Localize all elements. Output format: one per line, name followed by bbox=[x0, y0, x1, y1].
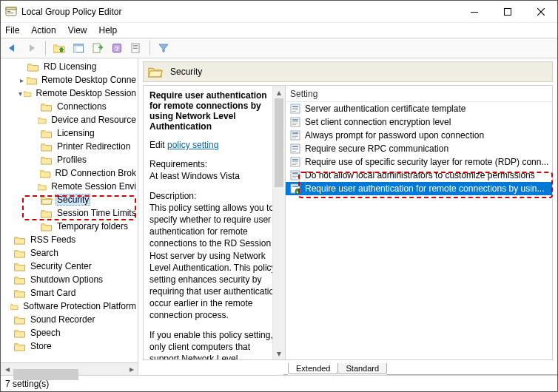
description-block-2: If you enable this policy setting, only … bbox=[149, 329, 279, 360]
tree-item[interactable]: Licensing bbox=[1, 126, 138, 140]
tree[interactable]: RD Licensing▸Remote Desktop Conne▾Remote… bbox=[1, 58, 138, 362]
settings-list-row[interactable]: Require secure RPC communication bbox=[286, 142, 552, 155]
selected-policy-title: Require user authentication for remote c… bbox=[149, 90, 279, 132]
tree-item[interactable]: RD Licensing bbox=[1, 60, 138, 73]
tree-item[interactable]: Sound Recorder bbox=[1, 313, 138, 326]
tree-item[interactable]: ▸Remote Desktop Conne bbox=[1, 73, 138, 87]
settings-list-row[interactable]: Require user authentication for remote c… bbox=[286, 182, 552, 195]
settings-list-row[interactable]: Require use of specific security layer f… bbox=[286, 155, 552, 169]
folder-open-icon bbox=[41, 195, 53, 205]
folder-icon bbox=[38, 182, 47, 192]
settings-list-row[interactable]: Server authentication certificate templa… bbox=[286, 102, 552, 115]
tree-item-label: Remote Desktop Conne bbox=[40, 75, 138, 85]
tree-item-label: RD Connection Brok bbox=[54, 168, 138, 178]
menu-file[interactable]: File bbox=[5, 25, 19, 36]
details-pane: Security Require user authentication for… bbox=[138, 58, 557, 375]
folder-icon bbox=[41, 102, 53, 112]
folder-icon bbox=[14, 328, 26, 338]
tree-item[interactable]: Connections bbox=[1, 100, 138, 113]
menubar: File Action View Help bbox=[1, 23, 557, 38]
folder-icon bbox=[41, 209, 53, 218]
settings-list[interactable]: Setting Server authentication certificat… bbox=[285, 85, 553, 360]
up-button[interactable] bbox=[50, 40, 68, 56]
policy-icon bbox=[290, 130, 300, 141]
help-button[interactable]: ? bbox=[108, 40, 126, 56]
description-vscrollbar[interactable]: ▴ ▾ bbox=[272, 86, 285, 359]
tab-extended[interactable]: Extended bbox=[288, 363, 338, 374]
menu-view[interactable]: View bbox=[68, 25, 87, 36]
collapse-icon[interactable]: ▾ bbox=[17, 89, 24, 98]
description-pane: Require user authentication for remote c… bbox=[143, 85, 285, 360]
policy-icon bbox=[290, 170, 300, 180]
svg-rect-16 bbox=[74, 47, 77, 53]
tree-item-label: RD Licensing bbox=[42, 61, 98, 72]
settings-list-row[interactable]: Do not allow local administrators to cus… bbox=[286, 169, 552, 182]
tab-standard[interactable]: Standard bbox=[337, 363, 387, 374]
tree-item[interactable]: Store bbox=[1, 339, 138, 353]
tree-item[interactable]: RSS Feeds bbox=[1, 233, 138, 246]
statusbar: 7 setting(s) bbox=[1, 375, 557, 391]
policy-enabled-icon bbox=[290, 183, 300, 194]
settings-list-header[interactable]: Setting bbox=[286, 86, 552, 102]
back-button[interactable] bbox=[4, 40, 21, 56]
close-button[interactable] bbox=[524, 1, 557, 23]
tree-item[interactable]: ▾Remote Desktop Session bbox=[1, 87, 138, 100]
toolbar-sep bbox=[45, 41, 46, 55]
content-row: Require user authentication for remote c… bbox=[138, 82, 557, 360]
window-title: Local Group Policy Editor bbox=[21, 7, 457, 17]
folder-icon bbox=[27, 75, 37, 85]
folder-icon bbox=[14, 262, 26, 271]
tree-item-label: Device and Resource bbox=[50, 115, 138, 125]
category-header: Security bbox=[143, 61, 553, 82]
tree-item[interactable]: Security bbox=[1, 193, 138, 206]
tree-item[interactable]: Remote Session Envi bbox=[1, 180, 138, 193]
tree-item[interactable]: Smart Card bbox=[1, 286, 138, 300]
folder-icon bbox=[14, 288, 26, 298]
tree-item-label: Profiles bbox=[56, 155, 88, 165]
tree-item-label: Printer Redirection bbox=[56, 141, 132, 152]
maximize-button[interactable] bbox=[491, 1, 524, 23]
settings-list-label: Require secure RPC communication bbox=[305, 143, 448, 154]
tree-item[interactable]: Profiles bbox=[1, 153, 138, 166]
tree-item[interactable]: Search bbox=[1, 246, 138, 260]
settings-list-row[interactable]: Always prompt for password upon connecti… bbox=[286, 129, 552, 142]
tree-item-label: Security bbox=[56, 194, 90, 206]
tree-item[interactable]: Printer Redirection bbox=[1, 140, 138, 153]
export-button[interactable] bbox=[89, 40, 107, 56]
svg-rect-10 bbox=[7, 11, 10, 12]
tree-item-label: Store bbox=[29, 341, 53, 351]
edit-policy-line: Edit policy setting bbox=[149, 139, 279, 151]
folder-icon bbox=[10, 302, 19, 311]
tree-item-label: Smart Card bbox=[29, 288, 77, 298]
window: Local Group Policy Editor File Action Vi… bbox=[0, 0, 558, 392]
settings-list-row[interactable]: Set client connection encryption level bbox=[286, 115, 552, 129]
edit-policy-setting-link[interactable]: policy setting bbox=[167, 140, 218, 150]
menu-help[interactable]: Help bbox=[99, 25, 118, 36]
tree-item[interactable]: Speech bbox=[1, 326, 138, 339]
tree-item[interactable]: Session Time Limits bbox=[1, 206, 138, 220]
app-icon bbox=[5, 6, 17, 18]
properties-button[interactable] bbox=[127, 40, 145, 56]
tree-item[interactable]: Temporary folders bbox=[1, 220, 138, 233]
expand-icon[interactable]: ▸ bbox=[17, 76, 27, 84]
tree-item-label: Software Protection Platform bbox=[21, 301, 138, 311]
folder-icon bbox=[148, 66, 163, 78]
tree-hscrollbar[interactable]: ◂ ▸ bbox=[1, 362, 138, 375]
menu-action[interactable]: Action bbox=[31, 25, 56, 36]
forward-button[interactable] bbox=[23, 40, 41, 56]
tree-item[interactable]: Device and Resource bbox=[1, 113, 138, 126]
filter-button[interactable] bbox=[155, 40, 172, 56]
requirements-block: Requirements: At least Windows Vista bbox=[149, 158, 279, 182]
tree-item[interactable]: Security Center bbox=[1, 260, 138, 273]
tree-item[interactable]: Software Protection Platform bbox=[1, 300, 138, 313]
tabs-row: Extended Standard bbox=[138, 360, 557, 375]
category-title: Security bbox=[170, 67, 202, 77]
svg-rect-22 bbox=[133, 47, 138, 47]
tree-item[interactable]: RD Connection Brok bbox=[1, 166, 138, 180]
svg-rect-11 bbox=[7, 13, 13, 13]
tree-item-label: Licensing bbox=[56, 128, 96, 138]
svg-text:?: ? bbox=[115, 45, 119, 53]
minimize-button[interactable] bbox=[457, 1, 491, 23]
show-hide-tree-button[interactable] bbox=[70, 40, 87, 56]
tree-item[interactable]: Shutdown Options bbox=[1, 273, 138, 286]
